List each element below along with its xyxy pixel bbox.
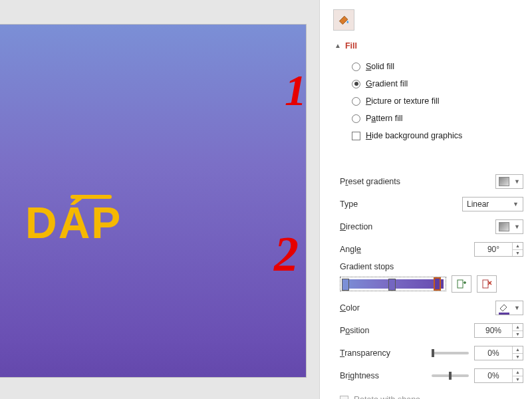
radio-icon <box>352 80 360 88</box>
color-row: Color ▼ <box>340 298 523 318</box>
angle-value: 90° <box>475 245 512 254</box>
transparency-row: Transparency 0% ▲▼ <box>340 343 523 363</box>
type-dropdown[interactable]: Linear ▼ <box>462 197 523 211</box>
slide-canvas[interactable]: DÁP <box>0 25 306 377</box>
gradient-stops-row: Gradient stops <box>340 262 523 293</box>
svg-rect-1 <box>483 280 488 288</box>
position-row: Position 90% ▲▼ <box>340 321 523 340</box>
format-background-panel: ▲Fill Solid fill Gradient fill Picture o… <box>319 0 532 399</box>
radio-icon <box>352 63 360 71</box>
direction-swatch-icon <box>499 222 509 231</box>
brightness-label: Brightness <box>340 371 420 380</box>
spinner-down-icon[interactable]: ▼ <box>513 376 523 383</box>
brightness-slider[interactable] <box>432 374 469 377</box>
picture-fill-option[interactable]: Picture or texture fill <box>352 93 518 109</box>
type-label: Type <box>340 200 420 209</box>
fill-tool-button[interactable] <box>333 9 354 31</box>
spinner-down-icon[interactable]: ▼ <box>513 331 523 338</box>
remove-gradient-stop-button[interactable] <box>477 275 497 293</box>
svg-rect-0 <box>458 280 463 288</box>
checkbox-icon <box>352 132 360 140</box>
spinner-up-icon[interactable]: ▲ <box>513 324 523 331</box>
angle-row: Angle 90° ▲▼ <box>340 239 523 259</box>
pattern-fill-option[interactable]: Pattern fill <box>352 110 518 126</box>
radio-icon <box>352 97 360 106</box>
color-label: Color <box>340 303 420 313</box>
option-label: Hide background graphics <box>366 131 462 140</box>
transparency-slider[interactable] <box>432 352 469 354</box>
position-value: 90% <box>475 326 512 335</box>
option-label: Solid fill <box>366 62 394 71</box>
solid-fill-option[interactable]: Solid fill <box>352 59 518 74</box>
radio-icon <box>352 114 360 123</box>
slide-logo-text: DÁP <box>25 198 122 248</box>
collapse-triangle-icon: ▲ <box>334 42 341 49</box>
fill-section-header[interactable]: ▲Fill <box>334 41 357 51</box>
color-picker-button[interactable]: ▼ <box>495 301 523 315</box>
type-value: Linear <box>467 200 489 209</box>
gradient-fill-option[interactable]: Gradient fill <box>352 76 518 92</box>
slider-thumb[interactable] <box>432 349 434 357</box>
chevron-down-icon: ▼ <box>514 223 520 230</box>
direction-dropdown[interactable]: ▼ <box>495 219 523 234</box>
direction-row: Direction ▼ <box>340 217 523 237</box>
annotation-number-2: 2 <box>274 226 299 283</box>
spinner-down-icon[interactable]: ▼ <box>513 249 523 257</box>
fill-type-group: Solid fill Gradient fill Picture or text… <box>352 59 518 145</box>
position-spinner[interactable]: 90% ▲▼ <box>474 323 523 338</box>
gradient-stops-label: Gradient stops <box>340 262 523 271</box>
angle-label: Angle <box>340 245 420 254</box>
chevron-down-icon: ▼ <box>514 305 520 311</box>
gradient-settings: Preset gradients ▼ Type Linear ▼ Directi… <box>340 172 523 399</box>
gradient-stop-handle[interactable] <box>388 279 396 291</box>
brightness-row: Brightness 0% ▲▼ <box>340 366 523 386</box>
paint-bucket-icon <box>337 13 350 27</box>
chevron-down-icon: ▼ <box>513 201 519 207</box>
type-row: Type Linear ▼ <box>340 194 523 214</box>
annotation-number-1: 1 <box>285 65 307 116</box>
checkbox-icon <box>340 396 348 400</box>
direction-label: Direction <box>340 222 420 231</box>
add-gradient-stop-button[interactable] <box>452 275 471 293</box>
brightness-value: 0% <box>475 371 512 380</box>
option-label: Picture or texture fill <box>366 96 439 106</box>
gradient-swatch-icon <box>499 177 509 186</box>
chevron-down-icon: ▼ <box>514 178 520 185</box>
spinner-up-icon[interactable]: ▲ <box>513 346 523 353</box>
transparency-value: 0% <box>475 348 512 358</box>
spinner-down-icon[interactable]: ▼ <box>513 353 523 360</box>
hide-background-option[interactable]: Hide background graphics <box>352 128 518 144</box>
rotate-label: Rotate with shape <box>354 395 420 399</box>
option-label: Gradient fill <box>366 79 408 88</box>
transparency-label: Transparency <box>340 348 420 358</box>
remove-stop-icon <box>481 279 492 289</box>
spinner-up-icon[interactable]: ▲ <box>513 243 523 249</box>
preset-gradients-row: Preset gradients ▼ <box>340 172 523 192</box>
gradient-stops-track[interactable] <box>340 277 446 291</box>
gradient-stop-handle-selected[interactable] <box>434 277 441 291</box>
rotate-with-shape-option: Rotate with shape <box>340 390 523 399</box>
transparency-spinner[interactable]: 0% ▲▼ <box>474 346 523 360</box>
add-stop-icon <box>456 279 467 289</box>
spinner-up-icon[interactable]: ▲ <box>513 369 523 376</box>
fill-bucket-icon <box>499 302 509 313</box>
angle-spinner[interactable]: 90° ▲▼ <box>474 242 523 257</box>
position-label: Position <box>340 326 420 335</box>
color-bar <box>499 313 509 315</box>
preset-gradients-dropdown[interactable]: ▼ <box>495 174 523 189</box>
option-label: Pattern fill <box>366 114 403 123</box>
brightness-spinner[interactable]: 0% ▲▼ <box>474 368 523 383</box>
preset-gradients-label: Preset gradients <box>340 177 420 186</box>
slider-thumb[interactable] <box>449 372 452 380</box>
gradient-stop-handle[interactable] <box>342 279 349 291</box>
fill-section-title: Fill <box>345 41 357 51</box>
